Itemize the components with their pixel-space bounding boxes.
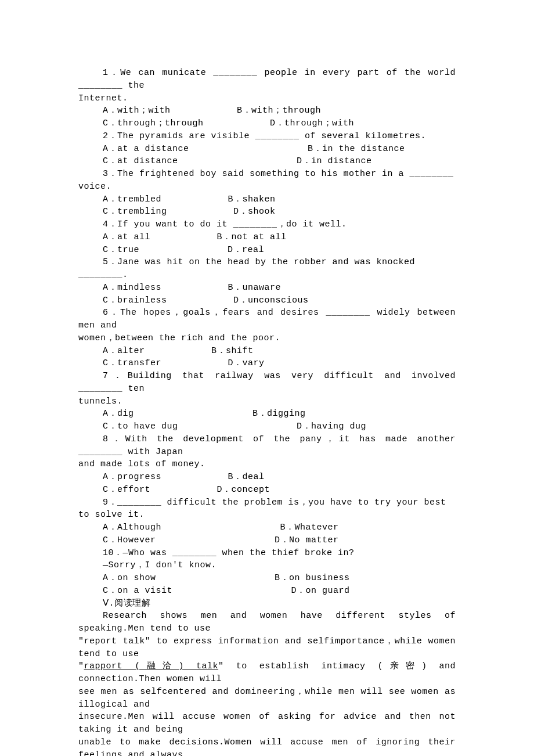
q1-optC: C．through；through bbox=[103, 118, 204, 128]
q8-options-row1: A．progress B．deal bbox=[78, 471, 456, 484]
q7-options-row1: A．dig B．digging bbox=[78, 408, 456, 420]
q10-optD: D．on guard bbox=[291, 586, 350, 596]
q3-options-row1: A．trembled B．shaken bbox=[78, 193, 456, 206]
q4-optB: B．not at all bbox=[217, 232, 287, 242]
rapport-talk-underline: rapport (融洽) talk bbox=[84, 661, 219, 671]
q1-optA: A．with；with bbox=[103, 106, 171, 116]
passage-p1-l6: unable to make decisions.Women will accu… bbox=[78, 736, 456, 756]
q8-options-row2: C．effort D．concept bbox=[78, 484, 456, 496]
q6-optB: B．shift bbox=[211, 346, 254, 356]
q4-options-row1: A．at all B．not at all bbox=[78, 231, 456, 244]
q9-optC: C．However bbox=[103, 535, 156, 545]
q4-options-row2: C．true D．real bbox=[78, 244, 456, 257]
q6-stem-line2: women，between the rich and the poor. bbox=[78, 332, 456, 345]
q2-optC: C．at distance bbox=[103, 156, 178, 166]
q8-optB: B．deal bbox=[228, 472, 265, 482]
passage-p1-l3: "rapport (融洽) talk" to establish intimac… bbox=[78, 660, 456, 686]
q3-stem: 3．The frightened boy said something to h… bbox=[78, 168, 456, 193]
q2-stem: 2．The pyramids are visible ________ of s… bbox=[78, 130, 456, 143]
q10-stem-line2: —Sorry，I don't know. bbox=[78, 559, 456, 572]
q8-stem-line2: and made lots of money. bbox=[78, 458, 456, 471]
q2-optB: B．in the distance bbox=[308, 144, 405, 154]
q9-options-row2: C．However D．No matter bbox=[78, 534, 456, 547]
passage-p1-l3-pre: " bbox=[78, 661, 84, 671]
q8-optA: A．progress bbox=[103, 472, 161, 482]
q8-stem-line1: 8．With the development of the pany，it ha… bbox=[78, 433, 456, 459]
q6-optC: C．transfer bbox=[103, 358, 161, 368]
q3-optC: C．trembling bbox=[103, 207, 167, 217]
q4-optC: C．true bbox=[103, 245, 139, 255]
q4-optA: A．at all bbox=[103, 232, 150, 242]
q7-optB: B．digging bbox=[252, 409, 306, 419]
q7-optC: C．to have dug bbox=[103, 422, 178, 431]
passage-p1-l4: see men as self­centered and domineering… bbox=[78, 686, 456, 711]
q5-stem: 5．Jane was hit on the head by the robber… bbox=[78, 256, 456, 282]
q6-stem-line1: 6．The hopes，goals，fears and desires ____… bbox=[78, 307, 456, 332]
q9-stem: 9．________ difficult the problem is，you … bbox=[78, 496, 456, 522]
q10-options-row2: C．on a visit D．on guard bbox=[78, 585, 456, 597]
q3-optA: A．trembled bbox=[103, 195, 161, 204]
q10-optC: C．on a visit bbox=[103, 586, 172, 596]
q5-options-row2: C．brainless D．unconscious bbox=[78, 294, 456, 307]
q1-options-row1: A．with；with B．with；through bbox=[78, 105, 456, 117]
q7-options-row2: C．to have dug D．having dug bbox=[78, 420, 456, 433]
q6-options-row2: C．transfer D．vary bbox=[78, 357, 456, 370]
q7-optA: A．dig bbox=[103, 409, 134, 419]
q7-stem-line2: tunnels. bbox=[78, 395, 456, 408]
q2-optD: D．in distance bbox=[297, 156, 372, 166]
q5-options-row1: A．mindless B．unaware bbox=[78, 282, 456, 294]
q1-optB: B．with；through bbox=[237, 106, 321, 116]
q9-optA: A．Although bbox=[103, 523, 161, 532]
q6-optD: D．vary bbox=[228, 358, 265, 368]
q4-stem: 4．If you want to do it ________，do it we… bbox=[78, 218, 456, 231]
section-5-heading: Ⅴ.阅读理解 bbox=[78, 597, 456, 610]
q1-optD: D．through；with bbox=[270, 118, 354, 128]
passage-p1-l1: Research shows men and women have differ… bbox=[78, 610, 456, 635]
q6-options-row1: A．alter B．shift bbox=[78, 345, 456, 358]
q5-optB: B．unaware bbox=[228, 283, 282, 293]
q9-optB: B．Whatever bbox=[280, 523, 339, 532]
q3-optD: D．shook bbox=[233, 207, 276, 217]
q8-optC: C．effort bbox=[103, 485, 150, 495]
passage-p1-l2: "report talk" to express information and… bbox=[78, 635, 456, 661]
q5-optD: D．unconscious bbox=[233, 296, 309, 305]
passage-p1-l5: insecure.Men will accuse women of asking… bbox=[78, 711, 456, 736]
q8-optD: D．concept bbox=[217, 485, 270, 495]
q2-options-row2: C．at distance D．in distance bbox=[78, 155, 456, 168]
q10-optB: B．on business bbox=[275, 573, 350, 583]
q1-stem-line1: 1．We can municate ________ people in eve… bbox=[78, 67, 456, 92]
q1-options-row2: C．through；through D．through；with bbox=[78, 117, 456, 130]
q1-stem-line2: Internet. bbox=[78, 92, 456, 105]
page-content: 1．We can municate ________ people in eve… bbox=[0, 0, 534, 756]
q4-optD: D．real bbox=[228, 245, 264, 255]
q7-optD: D．having dug bbox=[297, 422, 366, 431]
q5-optC: C．brainless bbox=[103, 296, 167, 305]
q10-options-row1: A．on show B．on business bbox=[78, 572, 456, 585]
q3-optB: B．shaken bbox=[228, 195, 276, 204]
q5-optA: A．mindless bbox=[103, 283, 161, 293]
q7-stem-line1: 7．Building that railway was very difficu… bbox=[78, 370, 456, 395]
q2-optA: A．at a distance bbox=[103, 144, 189, 154]
q9-options-row1: A．Although B．Whatever bbox=[78, 521, 456, 534]
q3-options-row2: C．trembling D．shook bbox=[78, 206, 456, 218]
q6-optA: A．alter bbox=[103, 346, 145, 356]
q9-optD: D．No matter bbox=[275, 535, 339, 545]
q10-stem-line1: 10．—Who was ________ when the thief brok… bbox=[78, 547, 456, 560]
q2-options-row1: A．at a distance B．in the distance bbox=[78, 143, 456, 156]
q10-optA: A．on show bbox=[103, 573, 156, 583]
